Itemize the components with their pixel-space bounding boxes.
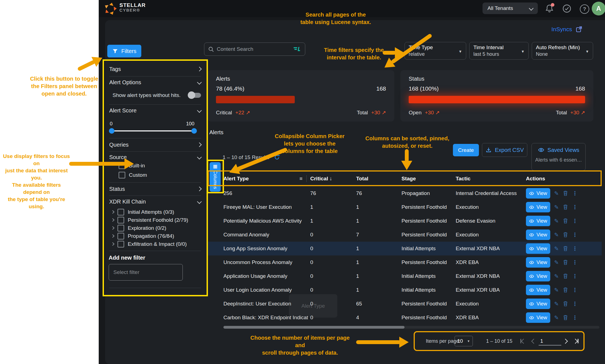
kill-chain-item[interactable]: Exploration (0/2) xyxy=(111,225,188,231)
filter-section-kill-chain[interactable]: XDR Kill Chain xyxy=(109,197,201,207)
delete-icon[interactable] xyxy=(563,232,568,238)
time-interval-dropdown[interactable]: Time Interval last 5 hours ▼ xyxy=(469,42,529,60)
expand-chevron-icon[interactable] xyxy=(111,242,114,246)
table-row[interactable]: Application Usage Anomaly 0 1 Initial At… xyxy=(208,269,602,283)
edit-icon[interactable]: ✎ xyxy=(554,190,559,197)
checkbox-icon[interactable] xyxy=(118,209,124,215)
view-button[interactable]: View xyxy=(526,216,550,226)
checkbox-icon[interactable] xyxy=(118,241,124,247)
table-row[interactable]: Potentially Malicious AWS Activity 1 1 P… xyxy=(208,214,602,228)
view-button[interactable]: View xyxy=(526,271,550,281)
more-actions-icon[interactable]: ⋮ xyxy=(572,204,578,210)
view-button[interactable]: View xyxy=(526,230,550,240)
delete-icon[interactable] xyxy=(563,301,568,307)
filter-section-tags[interactable]: Tags xyxy=(109,64,201,74)
checkbox-icon[interactable] xyxy=(119,172,125,178)
checkbox-icon[interactable] xyxy=(118,233,124,239)
column-menu-icon[interactable]: ≡ xyxy=(299,171,302,186)
filters-toggle-button[interactable]: Filters xyxy=(107,45,141,57)
table-row[interactable]: 256 76 76 Propagation Internal Credentia… xyxy=(208,186,602,200)
edit-icon[interactable]: ✎ xyxy=(554,300,559,307)
kill-chain-item[interactable]: Initial Attempts (0/3) xyxy=(111,209,188,215)
slider-thumb-min[interactable] xyxy=(109,128,114,134)
content-search-input[interactable]: Content Search xyxy=(204,43,305,56)
more-actions-icon[interactable]: ⋮ xyxy=(572,287,578,293)
last-page-button[interactable] xyxy=(573,331,578,351)
table-row[interactable]: User Login Location Anomaly 0 1 Initial … xyxy=(208,283,602,297)
edit-icon[interactable]: ✎ xyxy=(554,259,559,266)
filter-section-alert-options[interactable]: Alert Options xyxy=(109,77,201,87)
more-actions-icon[interactable]: ⋮ xyxy=(572,190,578,197)
kill-chain-item[interactable]: Exfiltration & Impact (0/0) xyxy=(111,241,188,247)
expand-chevron-icon[interactable] xyxy=(111,226,114,230)
delete-icon[interactable] xyxy=(563,218,568,224)
user-avatar[interactable]: A xyxy=(592,2,605,15)
more-actions-icon[interactable]: ⋮ xyxy=(572,245,578,252)
more-actions-icon[interactable]: ⋮ xyxy=(572,273,578,279)
column-header-total[interactable]: Total xyxy=(356,171,368,186)
expand-chevron-icon[interactable] xyxy=(111,234,114,238)
column-header-stage[interactable]: Stage xyxy=(401,171,416,186)
lucene-syntax-icon[interactable] xyxy=(293,46,301,52)
table-row[interactable]: DeepInstinct: User Execution 0 65 Persis… xyxy=(208,297,602,311)
more-actions-icon[interactable]: ⋮ xyxy=(572,231,578,238)
alert-score-slider[interactable] xyxy=(111,130,194,131)
show-alert-types-toggle[interactable] xyxy=(189,93,201,98)
scrollbar-thumb[interactable] xyxy=(223,326,405,329)
horizontal-scrollbar[interactable] xyxy=(223,326,599,329)
view-button[interactable]: View xyxy=(526,188,550,199)
delete-icon[interactable] xyxy=(563,273,568,279)
edit-icon[interactable]: ✎ xyxy=(554,245,559,252)
edit-icon[interactable]: ✎ xyxy=(554,273,559,279)
table-row[interactable]: Carbon Black: XDR Endpoint Indicato 0 4 … xyxy=(208,311,602,325)
more-actions-icon[interactable]: ⋮ xyxy=(572,218,578,224)
delete-icon[interactable] xyxy=(563,190,568,196)
edit-icon[interactable]: ✎ xyxy=(554,204,559,210)
select-filter-input[interactable]: Select filter xyxy=(109,264,183,281)
next-page-button[interactable] xyxy=(564,331,567,351)
column-header-tactic[interactable]: Tactic xyxy=(456,171,471,186)
filter-section-queries[interactable]: Queries xyxy=(109,140,201,150)
column-header-critical[interactable]: Critical ↓ xyxy=(310,171,332,186)
create-button[interactable]: Create xyxy=(453,144,479,156)
items-per-page-select[interactable]: 10 ▼ xyxy=(455,336,473,346)
view-button[interactable]: View xyxy=(526,257,550,268)
previous-page-button[interactable] xyxy=(532,331,536,351)
auto-refresh-dropdown[interactable]: Auto Refresh (Min) None ▼ xyxy=(532,42,593,60)
first-page-button[interactable] xyxy=(520,331,525,351)
expand-chevron-icon[interactable] xyxy=(111,210,114,214)
view-button[interactable]: View xyxy=(526,202,550,212)
delete-icon[interactable] xyxy=(563,259,568,265)
filter-section-status[interactable]: Status xyxy=(109,184,201,194)
checkbox-icon[interactable] xyxy=(118,217,124,223)
view-button[interactable]: View xyxy=(526,299,550,309)
filter-section-source[interactable]: Source xyxy=(109,152,201,162)
source-option-custom[interactable]: Custom xyxy=(119,172,147,178)
edit-icon[interactable]: ✎ xyxy=(554,231,559,238)
table-row[interactable]: Long App Session Anomaly 0 1 Initial Att… xyxy=(208,242,602,255)
view-button[interactable]: View xyxy=(526,312,550,323)
help-button[interactable]: ? xyxy=(580,4,589,14)
edit-icon[interactable]: ✎ xyxy=(554,218,559,224)
tenant-selector[interactable]: All Tenants xyxy=(483,2,538,14)
more-actions-icon[interactable]: ⋮ xyxy=(572,259,578,266)
saved-views-button[interactable]: Saved Views Alerts with 6 essen… xyxy=(531,143,586,171)
insyncs-link[interactable]: InSyncs xyxy=(551,26,583,33)
kill-chain-item[interactable]: Persistent Foothold (2/79) xyxy=(111,217,188,223)
more-actions-icon[interactable]: ⋮ xyxy=(572,300,578,307)
filter-section-alert-score[interactable]: Alert Score xyxy=(109,105,201,115)
delete-icon[interactable] xyxy=(563,204,568,210)
checkbox-icon[interactable] xyxy=(118,225,124,231)
table-row[interactable]: Uncommon Process Anomaly 0 1 Persistent … xyxy=(208,255,602,269)
delete-icon[interactable] xyxy=(563,246,568,252)
more-actions-icon[interactable]: ⋮ xyxy=(572,314,578,321)
view-button[interactable]: View xyxy=(526,243,550,254)
view-button[interactable]: View xyxy=(526,285,550,295)
expand-chevron-icon[interactable] xyxy=(111,218,114,222)
table-row[interactable]: Fireeye MAL: User Execution 1 1 Persiste… xyxy=(208,200,602,214)
kill-chain-item[interactable]: Propagation (76/84) xyxy=(111,233,188,239)
page-number-input[interactable]: 1 xyxy=(539,337,561,345)
table-row[interactable]: Command Anomaly 0 7 Persistent Foothold … xyxy=(208,228,602,242)
slider-thumb-max[interactable] xyxy=(191,128,197,134)
delete-icon[interactable] xyxy=(563,315,568,321)
